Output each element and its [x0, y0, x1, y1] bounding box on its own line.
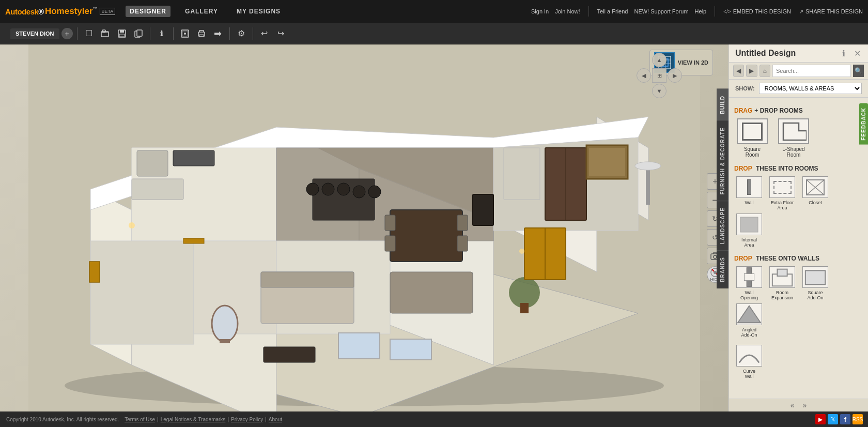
toolbar-separator5 [253, 27, 253, 40]
youtube-icon[interactable]: ▶ [815, 414, 826, 424]
nav-gallery[interactable]: GALLERY [181, 6, 222, 17]
panel-back-button[interactable]: ◀ [733, 65, 744, 77]
l-shaped-room-item[interactable]: L-ShapedRoom [776, 118, 812, 158]
separator1 [121, 417, 122, 422]
twitter-icon[interactable]: 𝕏 [828, 414, 838, 424]
nav-expand-button[interactable]: ⊞ [652, 68, 667, 83]
show-select[interactable]: ROOMS, WALLS & AREAS ROOMS ONLY WALLS ON… [759, 83, 862, 94]
user-name: STEVEN DION [16, 30, 54, 37]
rss-icon[interactable]: RSS [853, 414, 863, 424]
svg-marker-91 [738, 306, 761, 323]
svg-rect-3 [120, 30, 124, 33]
support-forum-link[interactable]: NEW! Support Forum [634, 8, 688, 14]
nav-my-designs[interactable]: MY DESIGNS [233, 6, 285, 17]
embed-share-area: </> EMBED THIS DESIGN ↗ SHARE THIS DESIG… [723, 8, 863, 14]
tab-furnish[interactable]: FURNISH & DECORATE [717, 120, 729, 201]
collapse-down-button[interactable]: » [803, 401, 807, 409]
add-tab-button[interactable]: + [61, 28, 73, 39]
user-tab[interactable]: STEVEN DION [10, 28, 59, 39]
square-add-on-item[interactable]: SquareAdd-On [800, 266, 830, 300]
wall-item[interactable]: Wall [734, 176, 764, 210]
privacy-link[interactable]: Privacy Policy [231, 417, 263, 422]
l-room-svg [781, 120, 807, 142]
svg-point-37 [337, 183, 350, 195]
svg-rect-87 [744, 273, 754, 280]
toolbar: STEVEN DION + ☐ ℹ ➡ ⚙ ↩ ↪ [0, 23, 868, 44]
room-expansion-icon [769, 266, 795, 288]
tab-build[interactable]: BUILD [717, 89, 729, 120]
internal-area-item[interactable]: InternalArea [734, 213, 764, 248]
drop-onto-text: DROP [734, 255, 752, 262]
square-room-label: SquareRoom [744, 146, 761, 158]
tell-friend-link[interactable]: Tell a Friend [597, 8, 628, 14]
nav-left-button[interactable]: ◀ [637, 68, 651, 83]
social-icons: ▶ 𝕏 f RSS [815, 411, 863, 427]
panel-settings-button[interactable]: ✕ [853, 49, 862, 58]
tab-landscape[interactable]: LANDSCAPE [717, 201, 729, 250]
wall-icon [736, 176, 762, 198]
join-now-link[interactable]: Join Now! [555, 8, 580, 14]
svg-rect-89 [777, 269, 787, 276]
help-link[interactable]: Help [695, 8, 707, 14]
collapse-up-button[interactable]: « [791, 401, 795, 409]
about-link[interactable]: About [269, 417, 282, 422]
settings-tool-button[interactable]: ⚙ [234, 26, 249, 41]
save-tool-button[interactable] [115, 26, 129, 41]
sep3: | [227, 417, 229, 422]
undo-tool-button[interactable]: ↩ [257, 26, 272, 41]
feedback-tab[interactable]: FEEDBACK [859, 103, 868, 145]
nav-designer[interactable]: DESIGNER [126, 6, 171, 17]
svg-rect-41 [385, 215, 395, 231]
panel-home-button[interactable]: ⌂ [760, 65, 770, 77]
nav-up-button[interactable]: ▲ [652, 53, 667, 67]
wall-opening-item[interactable]: WallOpening [734, 266, 764, 300]
room-expansion-item[interactable]: RoomExpansion [767, 266, 797, 300]
export-tool-button[interactable] [178, 26, 192, 41]
share-button[interactable]: ↗ SHARE THIS DESIGN [799, 8, 863, 14]
embed-button[interactable]: </> EMBED THIS DESIGN [723, 8, 791, 14]
drop-onto-rest-label: THESE ONTO WALLS [754, 255, 819, 262]
open-tool-button[interactable] [98, 26, 113, 41]
square-room-item[interactable]: SquareRoom [734, 118, 770, 158]
svg-rect-85 [740, 217, 758, 232]
info-tool-button[interactable]: ℹ [154, 26, 169, 41]
panel-info-button[interactable]: ℹ [839, 49, 848, 58]
terms-link[interactable]: Terms of Use [125, 417, 155, 422]
right-panel: Untitled Design ℹ ✕ ◀ ▶ ⌂ 🔍 SHOW: ROOMS,… [729, 44, 868, 411]
new-tool-button[interactable]: ☐ [82, 26, 96, 41]
copy-tool-button[interactable] [131, 26, 146, 41]
print-tool-button[interactable] [194, 26, 209, 41]
embed-label: EMBED THIS DESIGN [733, 8, 791, 14]
svg-rect-50 [261, 272, 354, 287]
panel-search-input[interactable] [772, 65, 851, 77]
svg-rect-31 [137, 150, 168, 176]
svg-point-68 [635, 162, 661, 170]
closet-item[interactable]: Closet [800, 176, 830, 210]
panel-nav-row: ◀ ▶ ⌂ 🔍 [729, 63, 868, 80]
canvas-area[interactable]: VIEW IN 2D ▲ ◀ ⊞ ▶ ▼ + − ↻ ↺ [0, 44, 729, 411]
nav-row-bot: ▼ [652, 84, 667, 98]
panel-search-button[interactable]: 🔍 [853, 65, 864, 77]
svg-rect-46 [473, 194, 493, 225]
tab-brands[interactable]: BRANDS [717, 250, 729, 288]
square-room-icon [737, 118, 768, 144]
svg-rect-42 [385, 236, 395, 251]
nav-down-button[interactable]: ▼ [652, 84, 667, 98]
drag-label: DRAG [734, 107, 752, 114]
side-tabs: BUILD FURNISH & DECORATE LANDSCAPE BRAND… [717, 89, 729, 288]
square-room-shape [742, 123, 763, 141]
facebook-icon[interactable]: f [840, 414, 850, 424]
autodesk-name: Autodesk [5, 7, 38, 16]
panel-forward-button[interactable]: ▶ [746, 65, 757, 77]
nav-row-mid: ◀ ⊞ ▶ [637, 68, 682, 83]
share-tool-button[interactable]: ➡ [211, 26, 225, 41]
curve-wall-item[interactable]: CurveWall [734, 345, 764, 379]
svg-rect-32 [173, 150, 214, 166]
extra-floor-area-item[interactable]: Extra FloorArea [767, 176, 797, 210]
drag-rest-label: + DROP ROOMS [754, 107, 802, 114]
angled-add-on-item[interactable]: AngledAdd-On [734, 303, 764, 338]
redo-tool-button[interactable]: ↪ [274, 26, 288, 41]
nav-right-button[interactable]: ▶ [668, 68, 682, 83]
sign-in-link[interactable]: Sign In [531, 8, 549, 14]
legal-link[interactable]: Legal Notices & Trademarks [161, 417, 226, 422]
